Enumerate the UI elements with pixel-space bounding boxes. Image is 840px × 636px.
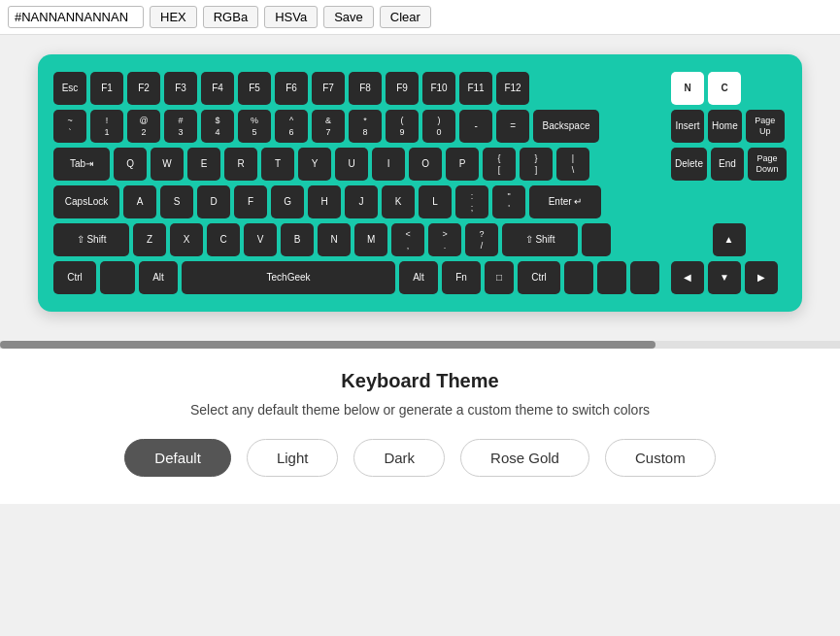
key-arrow2[interactable] [597,261,626,294]
key-o[interactable]: O [409,148,442,181]
key-p[interactable]: P [446,148,479,181]
key-m[interactable]: M [354,223,387,256]
key-ctrl-left[interactable]: Ctrl [53,261,96,294]
key-c-special[interactable]: C [708,72,741,105]
key-slash[interactable]: ?/ [465,223,498,256]
key-pagedown[interactable]: PageDown [748,148,787,181]
key-f7[interactable]: F7 [312,72,345,105]
key-quote[interactable]: "' [492,185,525,218]
key-9[interactable]: (9 [386,110,419,143]
key-backslash[interactable]: |\ [556,148,589,181]
key-f11[interactable]: F11 [459,72,492,105]
key-a[interactable]: A [123,185,156,218]
key-capslock[interactable]: CapsLock [53,185,119,218]
key-f6[interactable]: F6 [275,72,308,105]
key-equals[interactable]: = [496,110,529,143]
theme-btn-dark[interactable]: Dark [353,439,445,477]
key-3[interactable]: #3 [164,110,197,143]
theme-btn-rose-gold[interactable]: Rose Gold [460,439,589,477]
key-super-left[interactable] [100,261,135,294]
key-space[interactable]: TechGeek [182,261,395,294]
key-e[interactable]: E [187,148,220,181]
key-z[interactable]: Z [133,223,166,256]
key-4[interactable]: $4 [201,110,234,143]
key-f[interactable]: F [234,185,267,218]
key-semicolon[interactable]: :; [455,185,488,218]
key-n-special[interactable]: N [671,72,704,105]
key-2[interactable]: @2 [127,110,160,143]
key-pageup[interactable]: PageUp [746,110,785,143]
key-j[interactable]: J [345,185,378,218]
key-1[interactable]: !1 [90,110,123,143]
key-g[interactable]: G [271,185,304,218]
key-shift-left[interactable]: ⇧ Shift [53,223,129,256]
key-f12[interactable]: F12 [496,72,529,105]
key-shift-right[interactable]: ⇧ Shift [502,223,578,256]
key-arrow1[interactable] [564,261,593,294]
key-f3[interactable]: F3 [164,72,197,105]
key-q[interactable]: Q [114,148,147,181]
key-insert[interactable]: Insert [671,110,704,143]
key-period[interactable]: >. [428,223,461,256]
key-arrow3[interactable] [630,261,659,294]
key-k[interactable]: K [382,185,415,218]
key-extra-r[interactable] [582,223,611,256]
key-i[interactable]: I [372,148,405,181]
key-tilde[interactable]: ~` [53,110,86,143]
key-f2[interactable]: F2 [127,72,160,105]
key-alt-left[interactable]: Alt [139,261,178,294]
key-arrow-down[interactable]: ▼ [708,261,741,294]
key-f8[interactable]: F8 [349,72,382,105]
key-f10[interactable]: F10 [422,72,455,105]
key-arrow-up[interactable]: ▲ [713,223,746,256]
key-comma[interactable]: <, [391,223,424,256]
key-v[interactable]: V [244,223,277,256]
key-backspace[interactable]: Backspace [533,110,599,143]
key-x[interactable]: X [170,223,203,256]
rgba-button[interactable]: RGBa [203,6,258,28]
key-u[interactable]: U [335,148,368,181]
key-y[interactable]: Y [298,148,331,181]
key-0[interactable]: )0 [422,110,455,143]
key-f1[interactable]: F1 [90,72,123,105]
key-5[interactable]: %5 [238,110,271,143]
key-arrow-right[interactable]: ▶ [745,261,778,294]
key-h[interactable]: H [308,185,341,218]
key-rbracket[interactable]: }] [520,148,553,181]
key-l[interactable]: L [419,185,452,218]
key-arrow-left[interactable]: ◀ [671,261,704,294]
key-f9[interactable]: F9 [386,72,419,105]
key-f4[interactable]: F4 [201,72,234,105]
key-r[interactable]: R [224,148,257,181]
key-delete[interactable]: Delete [671,148,707,181]
key-lbracket[interactable]: {[ [483,148,516,181]
save-button[interactable]: Save [323,6,374,28]
hex-button[interactable]: HEX [150,6,197,28]
color-input[interactable] [8,6,144,28]
key-alt-right[interactable]: Alt [399,261,438,294]
key-end[interactable]: End [711,148,744,181]
key-minus[interactable]: - [459,110,492,143]
theme-btn-custom[interactable]: Custom [605,439,716,477]
key-n[interactable]: N [318,223,351,256]
hsva-button[interactable]: HSVa [264,6,318,28]
key-7[interactable]: &7 [312,110,345,143]
key-ctrl-right[interactable]: Ctrl [518,261,560,294]
key-c[interactable]: C [207,223,240,256]
key-fn[interactable]: Fn [442,261,481,294]
clear-button[interactable]: Clear [380,6,431,28]
key-s[interactable]: S [160,185,193,218]
key-enter[interactable]: Enter ↵ [529,185,601,218]
key-t[interactable]: T [261,148,294,181]
key-tab[interactable]: Tab⇥ [53,148,110,181]
key-esc[interactable]: Esc [53,72,86,105]
key-d[interactable]: D [197,185,230,218]
key-f5[interactable]: F5 [238,72,271,105]
key-super-right[interactable]: □ [485,261,514,294]
theme-btn-light[interactable]: Light [247,439,339,477]
key-w[interactable]: W [151,148,184,181]
key-b[interactable]: B [281,223,314,256]
key-home[interactable]: Home [708,110,742,143]
theme-btn-default[interactable]: Default [124,439,231,477]
key-8[interactable]: *8 [349,110,382,143]
